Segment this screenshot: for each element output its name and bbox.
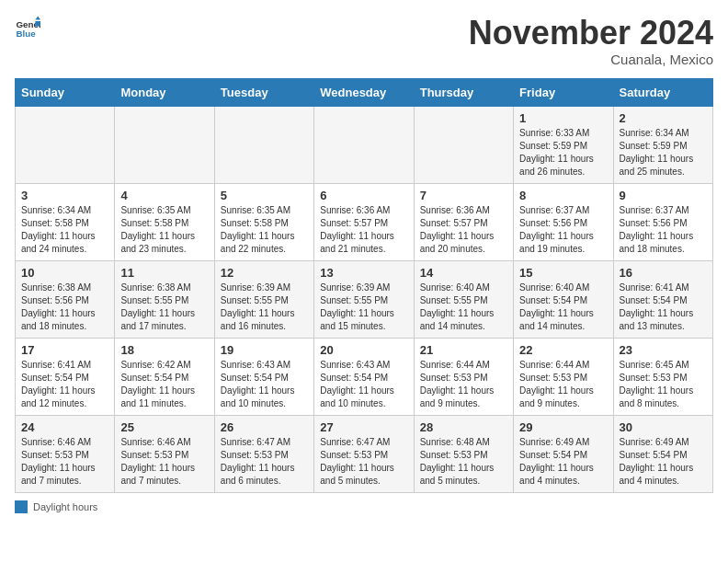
day-number: 5	[221, 189, 308, 202]
weekday-header: Monday	[115, 78, 214, 106]
day-number: 13	[320, 266, 407, 280]
day-detail: Sunrise: 6:43 AM Sunset: 5:54 PM Dayligh…	[320, 359, 407, 410]
day-detail: Sunrise: 6:43 AM Sunset: 5:54 PM Dayligh…	[221, 359, 308, 410]
day-number: 10	[21, 266, 108, 280]
day-detail: Sunrise: 6:36 AM Sunset: 5:57 PM Dayligh…	[320, 204, 407, 256]
calendar-cell: 27Sunrise: 6:47 AM Sunset: 5:53 PM Dayli…	[314, 415, 414, 492]
calendar-cell: 2Sunrise: 6:34 AM Sunset: 5:59 PM Daylig…	[613, 106, 712, 183]
calendar-week-row: 1Sunrise: 6:33 AM Sunset: 5:59 PM Daylig…	[16, 106, 713, 183]
logo-icon: General Blue	[15, 15, 40, 40]
day-detail: Sunrise: 6:39 AM Sunset: 5:55 PM Dayligh…	[320, 282, 407, 333]
calendar-cell: 28Sunrise: 6:48 AM Sunset: 5:53 PM Dayli…	[414, 415, 513, 492]
calendar-cell: 15Sunrise: 6:40 AM Sunset: 5:54 PM Dayli…	[514, 260, 613, 338]
calendar-cell: 24Sunrise: 6:46 AM Sunset: 5:53 PM Dayli…	[16, 415, 115, 492]
day-detail: Sunrise: 6:40 AM Sunset: 5:54 PM Dayligh…	[519, 282, 607, 333]
calendar-cell: 19Sunrise: 6:43 AM Sunset: 5:54 PM Dayli…	[214, 338, 313, 415]
title-block: November 2024 Cuanala, Mexico	[469, 15, 713, 67]
calendar-cell: 26Sunrise: 6:47 AM Sunset: 5:53 PM Dayli…	[214, 415, 313, 492]
location: Cuanala, Mexico	[469, 52, 713, 67]
day-number: 12	[221, 266, 308, 280]
day-detail: Sunrise: 6:46 AM Sunset: 5:53 PM Dayligh…	[21, 436, 108, 488]
weekday-header: Thursday	[414, 78, 513, 106]
calendar-cell: 9Sunrise: 6:37 AM Sunset: 5:56 PM Daylig…	[613, 183, 712, 260]
day-number: 19	[221, 343, 308, 357]
calendar-cell: 1Sunrise: 6:33 AM Sunset: 5:59 PM Daylig…	[514, 106, 613, 183]
day-detail: Sunrise: 6:33 AM Sunset: 5:59 PM Dayligh…	[519, 127, 607, 178]
day-number: 21	[420, 343, 507, 357]
calendar-cell: 29Sunrise: 6:49 AM Sunset: 5:54 PM Dayli…	[514, 415, 613, 492]
calendar-cell: 8Sunrise: 6:37 AM Sunset: 5:56 PM Daylig…	[514, 183, 613, 260]
calendar-cell: 3Sunrise: 6:34 AM Sunset: 5:58 PM Daylig…	[16, 183, 115, 260]
day-detail: Sunrise: 6:44 AM Sunset: 5:53 PM Dayligh…	[519, 359, 607, 410]
day-number: 26	[221, 420, 308, 434]
calendar-cell: 14Sunrise: 6:40 AM Sunset: 5:55 PM Dayli…	[414, 260, 513, 338]
day-number: 14	[420, 266, 507, 280]
calendar-cell: 23Sunrise: 6:45 AM Sunset: 5:53 PM Dayli…	[613, 338, 712, 415]
weekday-header: Wednesday	[314, 78, 414, 106]
calendar-cell: 7Sunrise: 6:36 AM Sunset: 5:57 PM Daylig…	[414, 183, 513, 260]
day-detail: Sunrise: 6:44 AM Sunset: 5:53 PM Dayligh…	[420, 359, 507, 410]
weekday-header-row: SundayMondayTuesdayWednesdayThursdayFrid…	[16, 78, 713, 106]
day-detail: Sunrise: 6:35 AM Sunset: 5:58 PM Dayligh…	[221, 204, 308, 256]
day-number: 27	[320, 420, 407, 434]
calendar-cell	[115, 106, 214, 183]
day-number: 28	[420, 420, 507, 434]
logo: General Blue	[15, 15, 40, 40]
calendar-cell: 25Sunrise: 6:46 AM Sunset: 5:53 PM Dayli…	[115, 415, 214, 492]
calendar-cell: 12Sunrise: 6:39 AM Sunset: 5:55 PM Dayli…	[214, 260, 313, 338]
calendar-cell: 22Sunrise: 6:44 AM Sunset: 5:53 PM Dayli…	[514, 338, 613, 415]
day-number: 8	[519, 189, 607, 202]
legend-color-box	[15, 500, 28, 513]
day-number: 20	[320, 343, 407, 357]
weekday-header: Tuesday	[214, 78, 313, 106]
day-detail: Sunrise: 6:36 AM Sunset: 5:57 PM Dayligh…	[420, 204, 507, 256]
day-detail: Sunrise: 6:38 AM Sunset: 5:55 PM Dayligh…	[120, 282, 208, 333]
day-detail: Sunrise: 6:38 AM Sunset: 5:56 PM Dayligh…	[21, 282, 108, 333]
day-number: 3	[21, 189, 108, 202]
month-title: November 2024	[469, 15, 713, 52]
day-detail: Sunrise: 6:45 AM Sunset: 5:53 PM Dayligh…	[620, 359, 707, 410]
day-detail: Sunrise: 6:47 AM Sunset: 5:53 PM Dayligh…	[320, 436, 407, 488]
svg-marker-3	[35, 21, 40, 27]
day-number: 17	[21, 343, 108, 357]
day-detail: Sunrise: 6:34 AM Sunset: 5:58 PM Dayligh…	[21, 204, 108, 256]
day-number: 9	[620, 189, 707, 202]
day-number: 7	[420, 189, 507, 202]
calendar-cell: 10Sunrise: 6:38 AM Sunset: 5:56 PM Dayli…	[16, 260, 115, 338]
calendar-week-row: 10Sunrise: 6:38 AM Sunset: 5:56 PM Dayli…	[16, 260, 713, 338]
calendar-table: SundayMondayTuesdayWednesdayThursdayFrid…	[15, 78, 713, 493]
day-number: 24	[21, 420, 108, 434]
calendar-cell	[16, 106, 115, 183]
weekday-header: Saturday	[613, 78, 712, 106]
day-number: 16	[620, 266, 707, 280]
calendar-cell: 21Sunrise: 6:44 AM Sunset: 5:53 PM Dayli…	[414, 338, 513, 415]
calendar-cell: 17Sunrise: 6:41 AM Sunset: 5:54 PM Dayli…	[16, 338, 115, 415]
calendar-cell	[314, 106, 414, 183]
day-number: 23	[620, 343, 707, 357]
calendar-cell	[214, 106, 313, 183]
day-number: 4	[120, 189, 208, 202]
page-header: General Blue November 2024 Cuanala, Mexi…	[15, 15, 713, 67]
calendar-cell: 5Sunrise: 6:35 AM Sunset: 5:58 PM Daylig…	[214, 183, 313, 260]
day-detail: Sunrise: 6:41 AM Sunset: 5:54 PM Dayligh…	[620, 282, 707, 333]
calendar-cell: 20Sunrise: 6:43 AM Sunset: 5:54 PM Dayli…	[314, 338, 414, 415]
day-detail: Sunrise: 6:49 AM Sunset: 5:54 PM Dayligh…	[519, 436, 607, 488]
day-detail: Sunrise: 6:48 AM Sunset: 5:53 PM Dayligh…	[420, 436, 507, 488]
day-detail: Sunrise: 6:34 AM Sunset: 5:59 PM Dayligh…	[620, 127, 707, 178]
day-number: 22	[519, 343, 607, 357]
day-detail: Sunrise: 6:40 AM Sunset: 5:55 PM Dayligh…	[420, 282, 507, 333]
day-detail: Sunrise: 6:41 AM Sunset: 5:54 PM Dayligh…	[21, 359, 108, 410]
day-detail: Sunrise: 6:37 AM Sunset: 5:56 PM Dayligh…	[519, 204, 607, 256]
calendar-week-row: 17Sunrise: 6:41 AM Sunset: 5:54 PM Dayli…	[16, 338, 713, 415]
day-number: 6	[320, 189, 407, 202]
day-number: 29	[519, 420, 607, 434]
weekday-header: Sunday	[16, 78, 115, 106]
day-detail: Sunrise: 6:35 AM Sunset: 5:58 PM Dayligh…	[120, 204, 208, 256]
calendar-cell: 16Sunrise: 6:41 AM Sunset: 5:54 PM Dayli…	[613, 260, 712, 338]
svg-text:Blue: Blue	[16, 29, 36, 39]
day-number: 25	[120, 420, 208, 434]
calendar-cell: 4Sunrise: 6:35 AM Sunset: 5:58 PM Daylig…	[115, 183, 214, 260]
day-number: 30	[620, 420, 707, 434]
day-detail: Sunrise: 6:46 AM Sunset: 5:53 PM Dayligh…	[120, 436, 208, 488]
calendar-cell: 13Sunrise: 6:39 AM Sunset: 5:55 PM Dayli…	[314, 260, 414, 338]
